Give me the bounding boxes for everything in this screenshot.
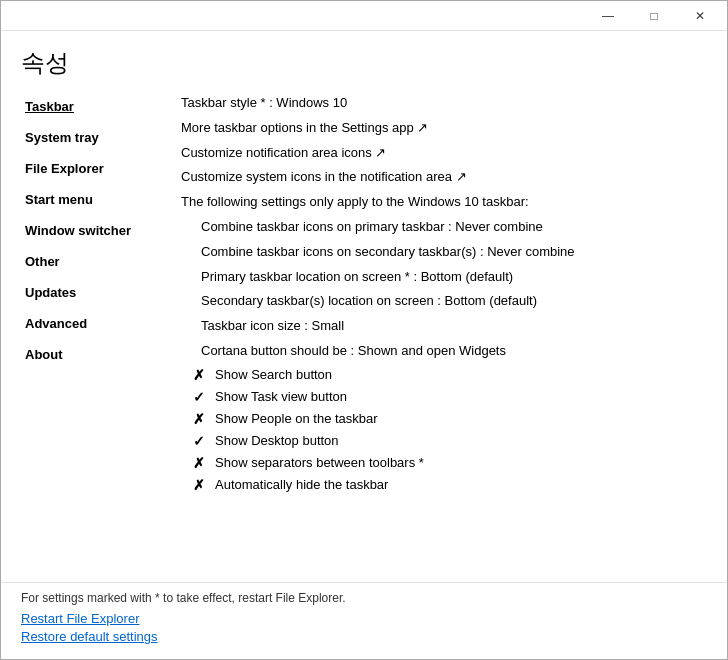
sidebar: TaskbarSystem trayFile ExplorerStart men…	[21, 91, 171, 570]
setting-line-9: Taskbar icon size : Small	[181, 314, 707, 339]
checkbox-label-4: Show separators between toolbars *	[215, 455, 424, 470]
minimize-button[interactable]: —	[585, 1, 631, 31]
sidebar-item-updates[interactable]: Updates	[21, 277, 171, 308]
setting-line-0: Taskbar style * : Windows 10	[181, 91, 707, 116]
checkbox-label-0: Show Search button	[215, 367, 332, 382]
checkbox-item-4[interactable]: ✗Show separators between toolbars *	[181, 452, 707, 474]
setting-line-8: Secondary taskbar(s) location on screen …	[181, 289, 707, 314]
sidebar-item-file-explorer[interactable]: File Explorer	[21, 153, 171, 184]
setting-line-5: Combine taskbar icons on primary taskbar…	[181, 215, 707, 240]
setting-line-10: Cortana button should be : Shown and ope…	[181, 339, 707, 364]
setting-line-4: The following settings only apply to the…	[181, 190, 707, 215]
restart-explorer-link[interactable]: Restart File Explorer	[21, 611, 707, 626]
sidebar-item-window-switcher[interactable]: Window switcher	[21, 215, 171, 246]
maximize-button[interactable]: □	[631, 1, 677, 31]
sidebar-item-start-menu[interactable]: Start menu	[21, 184, 171, 215]
footer-note: For settings marked with * to take effec…	[21, 591, 707, 605]
checkbox-label-2: Show People on the taskbar	[215, 411, 378, 426]
checkbox-item-3[interactable]: ✓Show Desktop button	[181, 430, 707, 452]
checkbox-item-5[interactable]: ✗Automatically hide the taskbar	[181, 474, 707, 496]
app-window: — □ ✕ 속성 TaskbarSystem trayFile Explorer…	[0, 0, 728, 660]
titlebar: — □ ✕	[1, 1, 727, 31]
checkbox-item-1[interactable]: ✓Show Task view button	[181, 386, 707, 408]
checkbox-item-0[interactable]: ✗Show Search button	[181, 364, 707, 386]
checkmark-icon: ✓	[191, 389, 207, 405]
sidebar-item-system-tray[interactable]: System tray	[21, 122, 171, 153]
footer: For settings marked with * to take effec…	[1, 582, 727, 659]
checkbox-label-3: Show Desktop button	[215, 433, 339, 448]
sidebar-item-about[interactable]: About	[21, 339, 171, 370]
setting-line-1: More taskbar options in the Settings app…	[181, 116, 707, 141]
sidebar-item-taskbar[interactable]: Taskbar	[21, 91, 171, 122]
cross-icon: ✗	[191, 455, 207, 471]
page-title: 속성	[21, 47, 707, 79]
setting-line-2: Customize notification area icons ↗	[181, 141, 707, 166]
setting-line-6: Combine taskbar icons on secondary taskb…	[181, 240, 707, 265]
checkbox-label-1: Show Task view button	[215, 389, 347, 404]
sidebar-item-other[interactable]: Other	[21, 246, 171, 277]
checkbox-label-5: Automatically hide the taskbar	[215, 477, 388, 492]
settings-panel: Taskbar style * : Windows 10More taskbar…	[171, 91, 707, 570]
checkmark-icon: ✓	[191, 433, 207, 449]
restore-defaults-link[interactable]: Restore default settings	[21, 629, 707, 644]
close-button[interactable]: ✕	[677, 1, 723, 31]
main-area: TaskbarSystem trayFile ExplorerStart men…	[21, 91, 707, 570]
cross-icon: ✗	[191, 411, 207, 427]
content-area: 속성 TaskbarSystem trayFile ExplorerStart …	[1, 31, 727, 582]
sidebar-item-advanced[interactable]: Advanced	[21, 308, 171, 339]
setting-line-7: Primary taskbar location on screen * : B…	[181, 265, 707, 290]
checkbox-item-2[interactable]: ✗Show People on the taskbar	[181, 408, 707, 430]
cross-icon: ✗	[191, 477, 207, 493]
cross-icon: ✗	[191, 367, 207, 383]
setting-line-3: Customize system icons in the notificati…	[181, 165, 707, 190]
